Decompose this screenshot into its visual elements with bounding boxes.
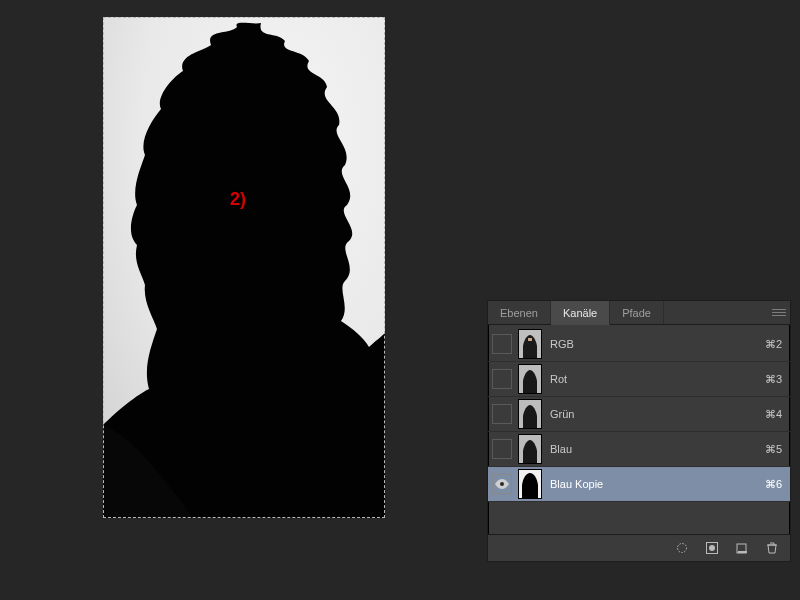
channel-thumbnail[interactable] [518,364,542,394]
channel-name: Blau [550,443,765,455]
channel-row[interactable]: RGB⌘2 [488,327,790,362]
channel-name: Blau Kopie [550,478,765,490]
channel-shortcut: ⌘4 [765,408,782,421]
visibility-toggle[interactable] [492,439,512,459]
channel-thumbnail[interactable] [518,399,542,429]
channel-row[interactable]: Blau⌘5 [488,432,790,467]
svg-point-15 [709,545,715,551]
panel-menu-button[interactable] [772,305,786,319]
save-selection-button[interactable] [704,540,720,556]
document-image [103,17,385,518]
channel-shortcut: ⌘5 [765,443,782,456]
channel-name: Grün [550,408,765,420]
channel-row[interactable]: Grün⌘4 [488,397,790,432]
visibility-toggle[interactable] [492,474,512,494]
channel-thumbnail[interactable] [518,329,542,359]
load-selection-button[interactable] [674,540,690,556]
channels-panel: Ebenen Kanäle Pfade RGB⌘2Rot⌘3Grün⌘4Blau… [487,300,791,562]
panel-footer [488,534,790,561]
tab-paths[interactable]: Pfade [610,301,664,324]
annotation-label-2: 2) [230,190,246,208]
svg-point-13 [678,544,687,553]
channel-shortcut: ⌘3 [765,373,782,386]
workspace: 2) 1) Ebenen Kanäle Pfade RGB⌘2Rot⌘3Grün… [0,0,800,600]
channel-row[interactable]: Blau Kopie⌘6 [488,467,790,502]
new-channel-button[interactable] [734,540,750,556]
tab-channels[interactable]: Kanäle [551,301,610,325]
svg-point-11 [500,482,504,486]
visibility-toggle[interactable] [492,369,512,389]
panel-tab-bar: Ebenen Kanäle Pfade [488,301,790,325]
channel-name: RGB [550,338,765,350]
document-canvas[interactable] [103,17,385,518]
channel-thumbnail[interactable] [518,434,542,464]
visibility-toggle[interactable] [492,334,512,354]
channel-shortcut: ⌘2 [765,338,782,351]
channel-row[interactable]: Rot⌘3 [488,362,790,397]
tab-layers[interactable]: Ebenen [488,301,551,324]
svg-rect-4 [528,338,532,341]
svg-rect-17 [738,551,747,553]
channels-list: RGB⌘2Rot⌘3Grün⌘4Blau⌘5Blau Kopie⌘6 [488,325,790,502]
channel-shortcut: ⌘6 [765,478,782,491]
delete-channel-button[interactable] [764,540,780,556]
visibility-toggle[interactable] [492,404,512,424]
channel-name: Rot [550,373,765,385]
channel-thumbnail[interactable] [518,469,542,499]
